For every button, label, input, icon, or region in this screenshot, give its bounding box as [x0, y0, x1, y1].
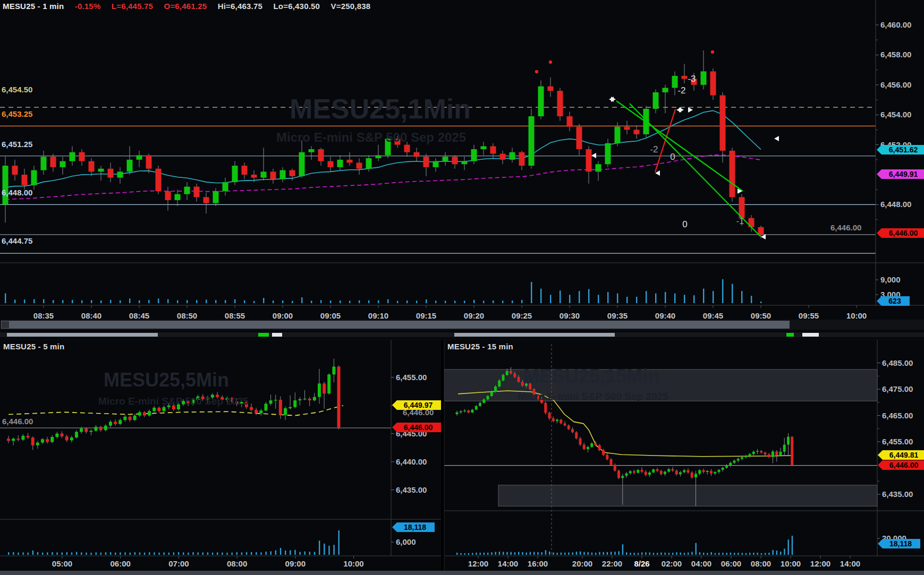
svg-text:08:35: 08:35 — [33, 311, 54, 320]
svg-text:08:50: 08:50 — [177, 311, 197, 320]
svg-text:22:00: 22:00 — [602, 559, 622, 568]
symbol-title-1min: MESU25 - 1 min — [3, 2, 64, 11]
price-tag-magenta-ma: 6,449.91 — [877, 169, 924, 179]
svg-text:6,475.00: 6,475.00 — [882, 384, 913, 393]
scroll-marker-green-5min[interactable] — [258, 333, 269, 337]
svg-text:-3: -3 — [688, 74, 696, 84]
svg-text:6,465.00: 6,465.00 — [882, 411, 913, 420]
svg-text:09:40: 09:40 — [655, 311, 675, 320]
level-label-645325: 6,453.25 — [2, 109, 32, 118]
svg-text:12:00: 12:00 — [810, 559, 830, 568]
svg-text:09:25: 09:25 — [512, 311, 532, 320]
svg-text:08:40: 08:40 — [81, 311, 101, 320]
svg-text:04:00: 04:00 — [691, 559, 711, 568]
svg-text:07:00: 07:00 — [168, 559, 189, 568]
svg-text:10:00: 10:00 — [343, 559, 363, 568]
inline-price-label-15min: 6,446.00 — [403, 408, 434, 417]
scrollbar-thumb-5min[interactable] — [7, 333, 158, 337]
scroll-marker-white-15min[interactable] — [802, 333, 819, 337]
svg-text:6,455.00: 6,455.00 — [882, 437, 913, 446]
svg-text:6,455.00: 6,455.00 — [396, 373, 427, 382]
watermark-symbol-5min: MESU25,5Min — [104, 369, 229, 391]
svg-text:-2: -2 — [650, 144, 658, 155]
svg-text:6,456.00: 6,456.00 — [880, 80, 911, 89]
svg-text:20:00: 20:00 — [572, 559, 592, 568]
chart-1min-axis: 6,460.006,458.006,456.006,454.006,452.00… — [0, 0, 924, 305]
scrollbar-home-button-1min[interactable] — [2, 321, 9, 328]
svg-text:6,435.00: 6,435.00 — [396, 485, 427, 494]
svg-text:0: 0 — [670, 152, 675, 162]
svg-text:09:10: 09:10 — [368, 311, 388, 320]
svg-text:-1: -1 — [736, 216, 744, 226]
scrollbar-thumb-1min[interactable] — [1, 321, 790, 329]
scrollbar-track-1min[interactable] — [0, 320, 924, 330]
watermark-desc-15min: Micro E-mini S&P 500 Sep 2025 — [518, 391, 668, 402]
price-tag-last-5min: 6,446.00 — [392, 423, 441, 432]
svg-text:10:00: 10:00 — [781, 559, 801, 568]
chart-1min-volume — [5, 279, 761, 303]
svg-text:09:00: 09:00 — [285, 559, 306, 568]
chart-1min-time: 08:3508:4008:4508:5008:5509:0009:0509:10… — [33, 305, 867, 320]
level-label-645125: 6,451.25 — [2, 140, 32, 149]
svg-text:09:45: 09:45 — [703, 311, 723, 320]
stat-high: Hi=6,463.75 — [218, 2, 262, 11]
svg-text:09:00: 09:00 — [273, 311, 293, 320]
svg-text:-2: -2 — [677, 85, 685, 96]
watermark-desc-1min: Micro E-mini S&P 500 Sep 2025 — [276, 130, 466, 145]
svg-text:06:00: 06:00 — [111, 559, 131, 568]
svg-text:09:20: 09:20 — [464, 311, 484, 320]
chart-header-5min: MESU25 - 5 min — [3, 342, 64, 351]
chart-15min-time: 12:0014:0016:0020:0022:008/2602:0004:000… — [468, 556, 860, 568]
svg-text:6,458.00: 6,458.00 — [880, 50, 911, 59]
stat-low: Lo=6,430.50 — [273, 2, 320, 11]
svg-text:02:00: 02:00 — [662, 559, 682, 568]
watermark-symbol-15min: MESU25,15Min — [523, 365, 659, 388]
volume-tag-5min: 18,118 — [392, 522, 435, 532]
chart-header-15min: MESU25 - 15 min — [447, 342, 513, 351]
scroll-marker-green-15min[interactable] — [786, 333, 794, 337]
svg-text:08:00: 08:00 — [227, 559, 247, 568]
svg-text:6,000: 6,000 — [396, 537, 416, 546]
inline-price-label-5min: 6,446.00 — [2, 417, 33, 426]
level-label-644475: 6,444.75 — [2, 236, 32, 245]
chart-5min-time: 05:0006:0007:0008:0009:0010:00 — [52, 556, 364, 568]
price-tag-cyan-ma: 6,451.62 — [877, 145, 924, 155]
svg-text:6,460.00: 6,460.00 — [880, 20, 911, 29]
scrollbar-thumb-15min[interactable] — [454, 333, 615, 337]
svg-text:16:00: 16:00 — [528, 559, 548, 568]
svg-text:09:55: 09:55 — [799, 311, 819, 320]
price-tag-last-1min: 6,446.00 — [877, 228, 924, 238]
chart-header-1min: MESU25 - 1 min -0.15% L=6,445.75 O=6,461… — [3, 2, 379, 11]
stat-volume: V=250,838 — [331, 2, 371, 11]
svg-text:09:15: 09:15 — [416, 311, 436, 320]
scrollbar-track-bottom-row[interactable] — [0, 332, 924, 337]
chart-15min-volume — [456, 536, 793, 555]
charts-layer[interactable]: -2-3-20-106,460.006,458.006,456.006,454.… — [0, 0, 924, 575]
svg-text:14:00: 14:00 — [498, 559, 518, 568]
scrollbar-bottom[interactable] — [0, 571, 924, 575]
level-label-645450: 6,454.50 — [2, 85, 32, 94]
price-tag-vwap-15min: 6,449.81 — [878, 450, 924, 460]
svg-text:6,440.00: 6,440.00 — [396, 457, 427, 466]
svg-text:10:00: 10:00 — [846, 311, 867, 320]
svg-text:0: 0 — [682, 219, 687, 229]
chart-5min — [0, 406, 391, 428]
scroll-marker-white-5min[interactable] — [272, 333, 282, 337]
svg-text:05:00: 05:00 — [52, 559, 72, 568]
svg-text:9,000: 9,000 — [880, 275, 901, 284]
svg-text:09:05: 09:05 — [320, 311, 341, 320]
svg-text:09:30: 09:30 — [560, 311, 580, 320]
svg-text:06:00: 06:00 — [721, 559, 741, 568]
chart-1min — [0, 107, 876, 253]
svg-text:8/26: 8/26 — [634, 559, 649, 568]
level-label-644800: 6,448.00 — [2, 188, 32, 197]
volume-tag-1min: 623 — [877, 296, 910, 306]
stat-change-pct: -0.15% — [75, 2, 101, 11]
svg-text:09:35: 09:35 — [607, 311, 628, 320]
watermark-desc-5min: Micro E-mini S&P 500 Sep 2025 — [98, 396, 249, 407]
price-tag-last-15min: 6,446.00 — [878, 460, 924, 470]
svg-text:6,435.00: 6,435.00 — [882, 490, 913, 499]
svg-text:6,448.00: 6,448.00 — [880, 200, 911, 209]
watermark-symbol-1min: MESU25,1Min — [290, 93, 471, 125]
stat-open: O=6,461.25 — [164, 2, 207, 11]
